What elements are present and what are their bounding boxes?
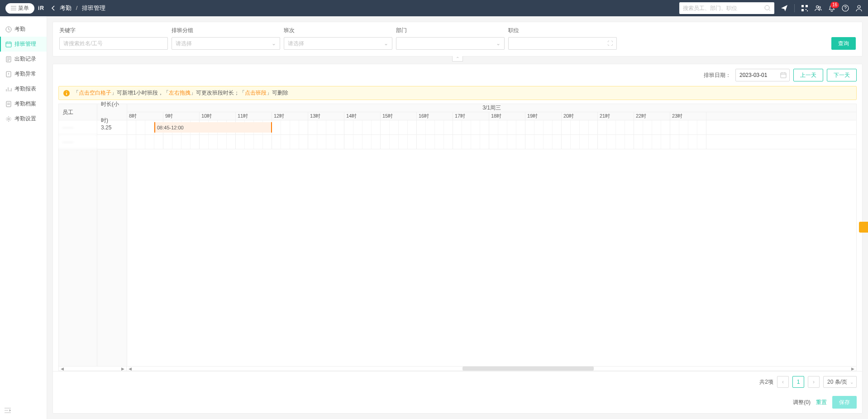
keyword-input[interactable] [59,37,168,50]
sidebar-item-attendance[interactable]: 考勤 [0,22,47,37]
hour-cell: 23时 [670,112,706,120]
svg-rect-4 [806,9,806,10]
sidebar-item-report[interactable]: 考勤报表 [0,81,47,96]
total-count: 共2项 [759,378,773,386]
scroll-thumb[interactable] [463,367,594,371]
save-button[interactable]: 保存 [832,396,857,409]
qrcode-icon[interactable] [801,5,808,12]
svg-rect-3 [801,9,804,11]
date-picker[interactable]: 2023-03-01 [735,69,790,81]
filter-panel: 关键字 排班分组 请选择 ⌄ 班次 请选择 ⌄ [52,22,863,57]
hour-cell: 18时 [489,112,525,120]
svg-point-15 [8,118,10,120]
position-label: 职位 [508,27,617,34]
scroll-left-icon[interactable]: ◀ [128,367,133,371]
global-search[interactable] [679,2,774,14]
collapse-filter-icon[interactable]: ⌃ [452,56,463,62]
next-day-button[interactable]: 下一天 [827,69,857,81]
chevron-down-icon: ⌄ [384,40,388,47]
scroll-right-icon[interactable]: ▶ [850,367,855,371]
svg-rect-11 [6,42,11,47]
hour-cell: 19时 [525,112,562,120]
contacts-icon[interactable] [815,5,822,12]
pagesize-select[interactable]: 20 条/页⌄ [823,376,857,388]
search-button[interactable]: 查询 [831,37,856,50]
page-number[interactable]: 1 [792,376,804,388]
sidebar-item-archive[interactable]: 考勤档案 [0,96,47,111]
hour-cell: 13时 [308,112,344,120]
hour-cell: 16时 [417,112,453,120]
svg-rect-5 [807,10,808,11]
help-icon[interactable] [842,5,849,12]
reset-button[interactable]: 重置 [816,399,827,406]
sidebar-label: 出勤记录 [14,55,36,63]
schedule-row[interactable] [127,135,856,149]
shift-label: 班次 [284,27,392,34]
user-icon[interactable] [855,5,863,12]
emp-cell: —— [59,120,97,135]
tip-bar: 「点击空白格子」可新增1小时班段，「左右拖拽」可更改班段时长；「点击班段」可删除 [58,86,857,100]
sidebar: 考勤 排班管理 出勤记录 考勤异常 考勤报表 考勤档案 考勤设置 [0,16,47,419]
emp-header: 员工 [59,104,97,120]
prev-day-button[interactable]: 上一天 [793,69,823,81]
sidebar-label: 排班管理 [14,40,36,48]
hour-cell: 8时 [127,112,163,120]
side-float-button[interactable] [859,222,868,233]
dept-label: 部门 [396,27,505,34]
info-icon [63,90,70,96]
schedule-row[interactable]: 08:45-12:00 [127,120,856,135]
emp-cell: —— [59,135,97,149]
sidebar-item-schedule[interactable]: 排班管理 [0,37,47,52]
sidebar-item-settings[interactable]: 考勤设置 [0,111,47,126]
group-select[interactable]: 请选择 ⌄ [172,37,280,50]
scroll-right-icon[interactable]: ▶ [120,367,125,371]
sidebar-label: 考勤 [14,25,25,33]
keyword-label: 关键字 [59,27,168,34]
hour-cell: 15时 [381,112,417,120]
svg-point-9 [858,5,860,8]
hour-cell: 14时 [344,112,381,120]
hour-cell: 22时 [634,112,670,120]
svg-point-7 [819,6,820,8]
hour-header: 8时9时10时11时12时13时14时15时16时17时18时19时20时21时… [127,112,856,120]
global-search-input[interactable] [683,5,764,11]
shift-select[interactable]: 请选择 ⌄ [284,37,392,50]
send-icon[interactable] [781,5,788,12]
sidebar-label: 考勤异常 [14,70,36,78]
position-select[interactable]: ⛶ [508,37,617,50]
breadcrumb-parent[interactable]: 考勤 [60,5,72,11]
sidebar-item-exception[interactable]: 考勤异常 [0,67,47,81]
sidebar-label: 考勤档案 [14,100,36,108]
breadcrumb: 考勤 / 排班管理 [60,4,105,12]
hour-cell: 11时 [236,112,272,120]
logo: iR [38,5,44,11]
hour-cell: 20时 [562,112,598,120]
menu-button[interactable]: 菜单 [5,3,34,14]
breadcrumb-current: 排班管理 [82,5,105,11]
sidebar-item-attendance-log[interactable]: 出勤记录 [0,52,47,67]
expand-icon: ⛶ [607,40,613,47]
group-label: 排班分组 [172,27,280,34]
bell-icon[interactable]: 16 [828,5,835,12]
sidebar-label: 考勤设置 [14,115,36,123]
day-header: 3/1周三 [127,104,856,112]
adjust-count: 调整(0) [793,399,811,406]
svg-rect-2 [806,5,808,7]
sidebar-collapse-icon[interactable] [5,408,11,414]
chevron-down-icon: ⌄ [272,40,276,47]
next-page-button[interactable]: › [808,376,820,388]
duration-cell [97,135,127,149]
back-icon[interactable] [52,5,55,11]
prev-page-button[interactable]: ‹ [777,376,789,388]
horizontal-scrollbar[interactable]: ◀ ▶ ◀ ▶ [59,366,856,371]
shift-block[interactable]: 08:45-12:00 [154,122,272,133]
hour-cell: 12时 [272,112,308,120]
pagination: 共2项 ‹ 1 › 20 条/页⌄ [53,371,862,392]
dept-select[interactable]: ⌄ [396,37,505,50]
date-label: 排班日期： [704,71,731,79]
topbar: 菜单 iR 考勤 / 排班管理 16 [0,0,868,16]
hour-cell: 9时 [163,112,200,120]
schedule-card: 排班日期： 2023-03-01 上一天 下一天 「点击空白格子」可新增1小时班… [52,64,863,414]
svg-rect-14 [6,101,11,107]
scroll-left-icon[interactable]: ◀ [60,367,65,371]
